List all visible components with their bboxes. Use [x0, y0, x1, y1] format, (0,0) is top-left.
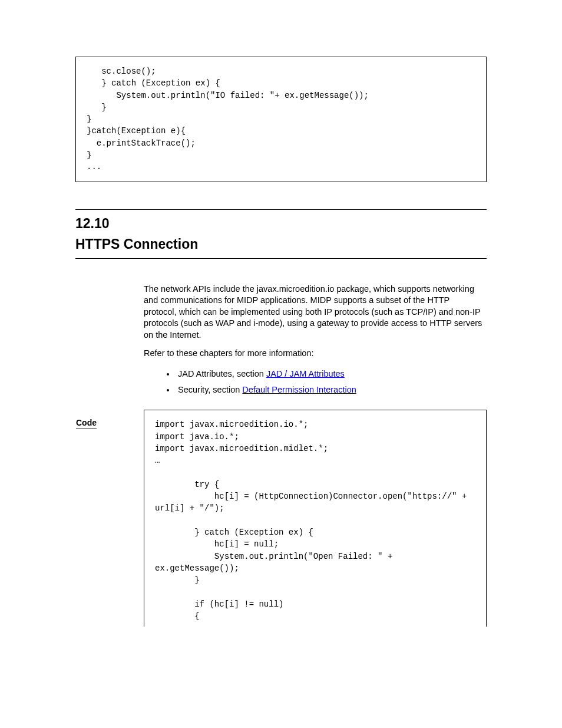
section-number: 12.10: [75, 216, 487, 232]
link-permission-interaction[interactable]: Default Permission Interaction: [242, 385, 356, 394]
section-title: HTTPS Connection: [75, 236, 487, 252]
code-block-lower: import javax.microedition.io.*; import j…: [144, 410, 487, 627]
list-item: JAD Attributes, section JAD / JAM Attrib…: [176, 367, 463, 381]
paragraph-intro: The network APIs include the javax.micro…: [144, 284, 487, 341]
code-sample-container: Code import javax.microedition.io.*; imp…: [144, 410, 487, 627]
page: sc.close(); } catch (Exception ex) { Sys…: [0, 0, 562, 650]
paragraph-refer: Refer to these chapters for more informa…: [144, 348, 487, 360]
code-label: Code: [76, 418, 97, 429]
list-item: Security, section Default Permission Int…: [176, 383, 463, 397]
list-item-text: Security, section: [178, 385, 242, 394]
link-jad-attributes[interactable]: JAD / JAM Attributes: [266, 369, 345, 378]
code-block-upper: sc.close(); } catch (Exception ex) { Sys…: [75, 57, 487, 182]
list-item-text: JAD Attributes, section: [178, 369, 266, 378]
reference-list: JAD Attributes, section JAD / JAM Attrib…: [176, 367, 463, 397]
section-header-block: 12.10 HTTPS Connection: [75, 209, 487, 259]
